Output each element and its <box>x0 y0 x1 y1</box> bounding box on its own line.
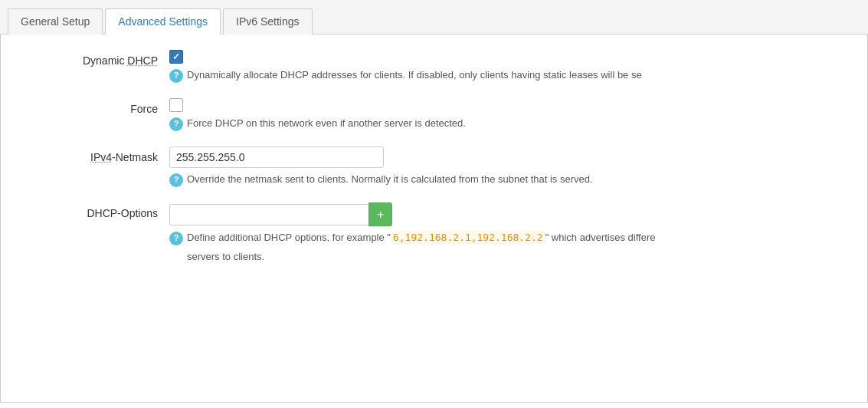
dynamic-dhcp-controls: ? Dynamically allocate DHCP addresses fo… <box>169 50 852 83</box>
dhcp-options-input[interactable] <box>169 204 368 225</box>
force-help: ? Force DHCP on this network even if ano… <box>169 117 852 131</box>
tab-advanced-settings[interactable]: Advanced Settings <box>105 8 221 35</box>
ipv4-netmask-input-row <box>169 146 852 168</box>
dhcp-options-input-row: + <box>169 202 852 226</box>
ipv4-netmask-help-icon: ? <box>169 173 183 187</box>
force-help-icon: ? <box>169 117 183 131</box>
dhcp-options-add-button[interactable]: + <box>368 202 392 226</box>
dynamic-dhcp-row: Dynamic DHCP ? Dynamically allocate DHCP… <box>16 50 852 83</box>
ipv4-label-underline: IPv4 <box>90 151 112 163</box>
dynamic-dhcp-input-row <box>169 50 852 64</box>
dhcp-label-underline: DHCP <box>127 54 158 67</box>
dhcp-options-row: DHCP-Options + ? Define additional DHCP … <box>16 202 852 264</box>
tab-general-setup[interactable]: General Setup <box>8 8 103 35</box>
dhcp-options-code-example: 6,192.168.2.1,192.168.2.2 <box>391 231 545 244</box>
dhcp-options-controls: + ? Define additional DHCP options, for … <box>169 202 852 264</box>
tab-bar: General Setup Advanced Settings IPv6 Set… <box>0 0 868 35</box>
dhcp-options-label: DHCP-Options <box>16 202 169 219</box>
ipv4-netmask-help: ? Override the netmask sent to clients. … <box>169 173 852 187</box>
force-label: Force <box>16 98 169 115</box>
dynamic-dhcp-help: ? Dynamically allocate DHCP addresses fo… <box>169 68 852 83</box>
dynamic-dhcp-checkbox[interactable] <box>169 50 183 64</box>
dynamic-dhcp-label: Dynamic DHCP <box>16 50 169 67</box>
dhcp-options-help-icon: ? <box>169 232 183 245</box>
force-input-row <box>169 98 852 112</box>
tab-ipv6-settings[interactable]: IPv6 Settings <box>223 8 313 35</box>
dynamic-dhcp-help-icon: ? <box>169 69 183 83</box>
settings-content: Dynamic DHCP ? Dynamically allocate DHCP… <box>0 35 868 403</box>
force-row: Force ? Force DHCP on this network even … <box>16 98 852 131</box>
force-checkbox[interactable] <box>169 98 183 112</box>
ipv4-netmask-label: IPv4-Netmask <box>16 146 169 163</box>
force-controls: ? Force DHCP on this network even if ano… <box>169 98 852 131</box>
dhcp-options-help-line2: servers to clients. <box>169 250 852 264</box>
ipv4-netmask-row: IPv4-Netmask ? Override the netmask sent… <box>16 146 852 187</box>
ipv4-netmask-controls: ? Override the netmask sent to clients. … <box>169 146 852 187</box>
ipv4-netmask-input[interactable] <box>169 146 384 168</box>
dhcp-options-help: ? Define additional DHCP options, for ex… <box>169 231 852 245</box>
